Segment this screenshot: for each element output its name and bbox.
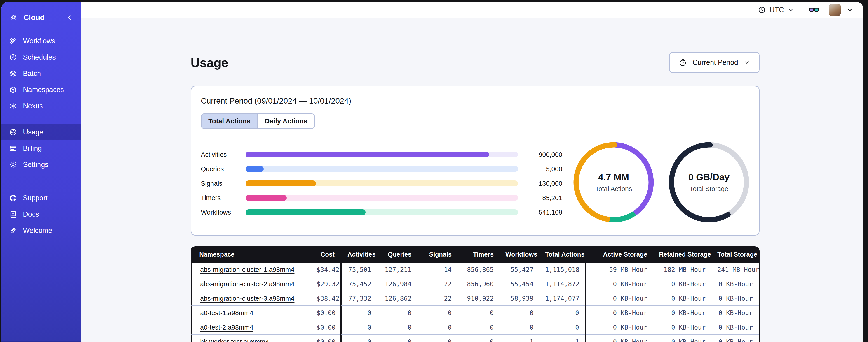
welcome-icon <box>9 227 17 235</box>
bar-fill <box>246 166 264 172</box>
workflows-cell: 0 <box>499 306 539 320</box>
timers-cell: 0 <box>458 335 499 342</box>
sidebar-item-workflows[interactable]: Workflows <box>1 33 81 49</box>
card-title: Current Period (09/01/2024 — 10/01/2024) <box>201 96 749 105</box>
user-avatar[interactable] <box>829 4 841 16</box>
activities-cell: 0 <box>340 306 377 320</box>
sidebar-item-billing[interactable]: Billing <box>1 140 81 157</box>
bar-value: 130,000 <box>524 180 562 187</box>
tab-total-actions[interactable]: Total Actions <box>202 114 257 128</box>
bar-value: 5,000 <box>524 165 562 173</box>
schedules-icon <box>9 53 17 61</box>
total_storage-cell: 241 MB-Hour <box>711 263 760 277</box>
namespace-link[interactable]: bk-worker-test.a98mm4 <box>200 338 269 342</box>
timers-cell: 0 <box>458 306 499 320</box>
workflows-cell: 55,427 <box>499 263 539 277</box>
activities-cell: 77,332 <box>340 292 377 306</box>
total_actions-cell: 1 <box>539 335 585 342</box>
main-area: UTC <box>81 2 863 342</box>
column-header-namespace: Namespace <box>191 246 311 263</box>
sidebar-collapse-icon[interactable] <box>66 14 73 21</box>
sidebar-item-welcome[interactable]: Welcome <box>1 223 81 239</box>
bar-track <box>246 209 518 215</box>
sidebar-item-docs[interactable]: Docs <box>1 206 81 223</box>
total-actions-donut: 4.7 MM Total Actions <box>573 142 654 223</box>
signals-cell: 0 <box>417 335 458 342</box>
sidebar-nav-account: Usage Billing Settings <box>1 124 81 173</box>
namespace-cell: abs-migration-cluster-3.a98mm4 <box>191 292 311 306</box>
namespace-link[interactable]: a0-test-1.a98mm4 <box>200 309 253 316</box>
active_storage-cell: 0 KB-Hour <box>585 306 653 320</box>
temporal-cloud-logo-icon <box>9 13 18 22</box>
total_actions-cell: 0 <box>539 320 585 335</box>
bar-track <box>246 180 518 186</box>
topbar: UTC <box>81 2 863 18</box>
period-dropdown-button[interactable]: Current Period <box>669 52 760 73</box>
namespace-link[interactable]: abs-migration-cluster-1.a98mm4 <box>200 266 294 273</box>
queries-cell: 126,862 <box>377 292 417 306</box>
namespace-link[interactable]: abs-migration-cluster-3.a98mm4 <box>200 295 294 302</box>
usage-page: Usage Current Period Cu <box>81 18 863 342</box>
namespace-cell: a0-test-2.a98mm4 <box>191 320 311 335</box>
active_storage-cell: 0 KB-Hour <box>585 277 653 292</box>
table-row: abs-migration-cluster-2.a98mm4$29.3275,4… <box>191 277 760 292</box>
sidebar-logo[interactable]: Cloud <box>1 8 81 27</box>
timezone-selector[interactable]: UTC <box>758 6 794 14</box>
namespace-link[interactable]: abs-migration-cluster-2.a98mm4 <box>200 280 294 287</box>
feedback-glasses-icon[interactable] <box>808 4 820 15</box>
usage-icon <box>9 128 17 136</box>
bar-fill <box>246 151 489 158</box>
active_storage-cell: 0 KB-Hour <box>585 320 653 335</box>
table-row: a0-test-2.a98mm4$0.000000000 KB-Hour0 KB… <box>191 320 760 335</box>
bar-fill <box>246 180 316 186</box>
batch-icon <box>9 69 17 78</box>
total-actions-value: 4.7 MM <box>598 172 629 182</box>
total-storage-value: 0 GB/Day <box>688 172 730 182</box>
page-title: Usage <box>191 55 228 70</box>
sidebar-item-nexus[interactable]: Nexus <box>1 98 81 114</box>
account-menu-chevron-icon[interactable] <box>846 6 853 13</box>
logo-label: Cloud <box>24 13 61 22</box>
activities-cell: 0 <box>340 320 377 335</box>
namespace-link[interactable]: a0-test-2.a98mm4 <box>200 324 253 331</box>
actions-tabs: Total Actions Daily Actions <box>201 113 315 129</box>
sidebar-nav-primary: Workflows Schedules Batch Namespaces <box>1 33 81 114</box>
bar-row-activities: Activities900,000 <box>201 147 562 162</box>
sidebar: Cloud Workflows Schedules <box>1 2 81 342</box>
cost-cell: $38.42 <box>311 292 340 306</box>
actions-bar-chart: Activities900,000Queries5,000Signals130,… <box>201 142 562 219</box>
workflows-cell: 58,939 <box>499 292 539 306</box>
bar-label: Timers <box>201 194 240 202</box>
column-header-timers: Timers <box>458 246 499 263</box>
sidebar-item-support[interactable]: Support <box>1 190 81 206</box>
active_storage-cell: 0 KB-Hour <box>585 335 653 342</box>
tab-daily-actions[interactable]: Daily Actions <box>257 114 314 128</box>
bar-fill <box>246 195 287 201</box>
chevron-down-icon <box>744 59 750 66</box>
total_storage-cell: 0 KB-Hour <box>711 335 760 342</box>
sidebar-item-schedules[interactable]: Schedules <box>1 49 81 65</box>
retained_storage-cell: 0 KB-Hour <box>653 320 711 335</box>
active_storage-cell: 0 KB-Hour <box>585 292 653 306</box>
retained_storage-cell: 182 MB-Hour <box>653 263 711 277</box>
namespace-usage-table: NamespaceCostActivitiesQueriesSignalsTim… <box>191 246 760 342</box>
queries-cell: 0 <box>377 335 417 342</box>
namespace-cell: bk-worker-test.a98mm4 <box>191 335 311 342</box>
cost-cell: $0.00 <box>311 335 340 342</box>
column-header-signals: Signals <box>417 246 458 263</box>
bar-row-workflows: Workflows541,109 <box>201 205 562 219</box>
total_storage-cell: 0 KB-Hour <box>711 306 760 320</box>
table-body: abs-migration-cluster-1.a98mm4$34.4275,5… <box>191 263 760 342</box>
namespace-cell: abs-migration-cluster-1.a98mm4 <box>191 263 311 277</box>
sidebar-item-usage[interactable]: Usage <box>1 124 81 140</box>
sidebar-item-batch[interactable]: Batch <box>1 65 81 82</box>
table-row: a0-test-1.a98mm4$0.000000000 KB-Hour0 KB… <box>191 306 760 320</box>
cost-cell: $34.42 <box>311 263 340 277</box>
activities-cell: 75,452 <box>340 277 377 292</box>
sidebar-item-namespaces[interactable]: Namespaces <box>1 82 81 98</box>
sidebar-item-settings[interactable]: Settings <box>1 157 81 173</box>
column-header-active_storage: Active Storage <box>585 246 653 263</box>
table-row: abs-migration-cluster-3.a98mm4$38.4277,3… <box>191 292 760 306</box>
column-header-cost: Cost <box>311 246 340 263</box>
cost-cell: $0.00 <box>311 306 340 320</box>
